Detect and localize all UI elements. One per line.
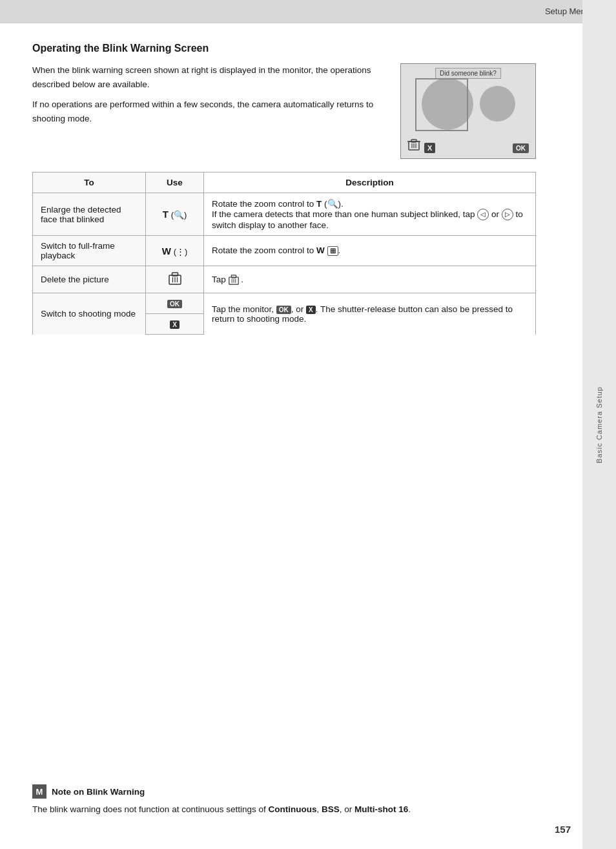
sidebar-label: Basic Camera Setup [595,386,603,463]
ok-inline-icon: OK [276,306,291,314]
table-header-row: To Use Description [33,173,536,193]
right-sidebar: Basic Camera Setup [582,0,616,849]
table-row: Switch to shooting mode OK Tap the monit… [33,293,536,314]
bottom-note: M Note on Blink Warning The blink warnin… [32,784,577,817]
row1-desc: Rotate the zoom control to T (🔍). If the… [204,193,536,236]
row4b-use: X [146,314,204,335]
row4-to: Switch to shooting mode [33,293,146,335]
note-icon: M [32,784,46,799]
T-icon: T [163,209,169,220]
cam-trash-icon [407,138,420,153]
face-circle-secondary [480,86,515,121]
col-header-desc: Description [204,173,536,193]
W-icon: W [162,246,171,257]
zoom-icon: (🔍) [171,210,187,220]
row3-to: Delete the picture [33,266,146,293]
ok-button-icon: OK [167,300,182,308]
table-row: Delete the picture Tap [33,266,536,293]
row3-use [146,266,204,293]
intro-para2: If no operations are performed within a … [32,98,387,125]
table-row: Enlarge the detected face that blinked T… [33,193,536,236]
face-nav-left-icon: ◁ [477,209,489,220]
table-row: Switch to full-frame playback W (⋮) Rota… [33,236,536,266]
row2-to: Switch to full-frame playback [33,236,146,266]
delete-icon [169,278,181,288]
row2-desc: Rotate the zoom control to W ⊞. [204,236,536,266]
header-bar: Setup Menu [0,0,616,23]
intro-section: When the blink warning screen shown at r… [32,63,536,159]
blink-label: Did someone blink? [435,68,501,79]
row4a-use: OK [146,293,204,314]
cam-ok-icon: OK [513,143,529,153]
section-title: Operating the Blink Warning Screen [32,43,536,54]
w-grid-icon: ⊞ [327,246,338,256]
row4-desc: Tap the monitor, OK, or X. The shutter-r… [204,293,536,335]
note-text: The blink warning does not function at c… [32,802,577,817]
svg-rect-7 [172,273,178,276]
intro-text: When the blink warning screen shown at r… [32,63,387,159]
page-number: 157 [555,824,571,835]
main-content: Operating the Blink Warning Screen When … [0,23,568,354]
col-header-to: To [33,173,146,193]
note-title: M Note on Blink Warning [32,784,577,799]
col-header-use: Use [146,173,204,193]
row3-desc: Tap . [204,266,536,293]
camera-preview: Did someone blink? X [400,63,536,159]
intro-para1: When the blink warning screen shown at r… [32,63,387,91]
face-nav-right-icon: ▷ [502,209,513,220]
face-rect [415,78,468,131]
row2-use: W (⋮) [146,236,204,266]
grid-icon: (⋮) [174,247,188,257]
x-button-icon: X [170,320,180,329]
row1-to: Enlarge the detected face that blinked [33,193,146,236]
delete-inline-icon [229,274,241,284]
info-table: To Use Description Enlarge the detected … [32,172,536,335]
x-inline-icon: X [306,306,316,314]
row1-use: T (🔍) [146,193,204,236]
cam-x-icon: X [424,143,435,153]
